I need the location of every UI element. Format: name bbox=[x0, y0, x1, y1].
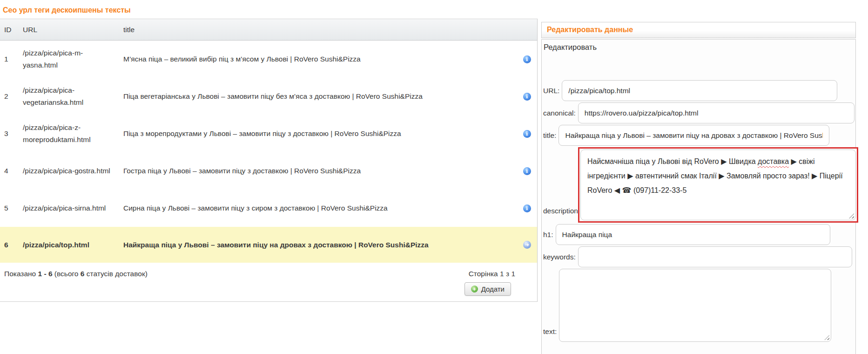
row-id: 4 bbox=[4, 165, 23, 177]
description-label: description bbox=[543, 207, 578, 215]
row-id: 1 bbox=[4, 53, 23, 65]
url-label: URL: bbox=[543, 87, 559, 95]
description-textarea[interactable]: Найсмачніша піца у Львові від RoVero ▶ Ш… bbox=[580, 150, 856, 220]
table-footer: Показано 1 - 6 (всього 6 статусів достав… bbox=[0, 263, 537, 302]
h1-input[interactable] bbox=[556, 224, 830, 245]
column-header-title: title bbox=[123, 26, 517, 34]
info-icon[interactable]: i bbox=[523, 204, 531, 212]
row-title: Гостра піца у Львові – замовити піцу з д… bbox=[123, 165, 517, 177]
info-icon[interactable]: i bbox=[523, 130, 531, 138]
edit-form: Редактировать URL: canonical: title: des… bbox=[541, 39, 856, 354]
row-url: /pizza/pica/top.html bbox=[23, 239, 123, 251]
table-row[interactable]: 1 /pizza/pica/pica-m-yasna.html М’ясна п… bbox=[0, 41, 537, 78]
keywords-label: keywords: bbox=[543, 253, 576, 261]
info-icon[interactable]: i bbox=[523, 167, 531, 175]
table-header: ID URL title bbox=[0, 19, 537, 41]
info-icon[interactable]: i bbox=[523, 55, 531, 63]
text-textarea[interactable] bbox=[559, 269, 831, 342]
url-field-row: URL: bbox=[543, 80, 855, 101]
description-field-row: description Найсмачніша піца у Львові ві… bbox=[543, 147, 855, 223]
row-title: Сирна піца у Львові – замовити піцу з си… bbox=[123, 202, 517, 214]
rows-shown-summary: Показано 1 - 6 (всього 6 статусів достав… bbox=[4, 270, 148, 278]
page-title: Сео урл теги дескоипшены тексты bbox=[0, 0, 538, 19]
h1-label: h1: bbox=[543, 231, 553, 239]
go-arrow-icon[interactable]: ➜ bbox=[523, 241, 531, 249]
seo-table-panel: Сео урл теги дескоипшены тексты ID URL t… bbox=[0, 0, 538, 302]
text-label: text: bbox=[543, 327, 557, 336]
edit-panel-header: Редактировать данные bbox=[541, 22, 856, 38]
canonical-label: canonical: bbox=[543, 109, 576, 117]
table-row-selected[interactable]: 6 /pizza/pica/top.html Найкраща піца у Л… bbox=[0, 227, 537, 263]
canonical-field-row: canonical: bbox=[543, 102, 855, 123]
row-title: Піца з морепродуктами у Львові – замовит… bbox=[123, 128, 517, 140]
title-input[interactable] bbox=[558, 125, 829, 146]
plus-icon: + bbox=[471, 286, 478, 293]
title-label: title: bbox=[543, 131, 556, 140]
row-title: Піца вегетаріанська у Львові – замовити … bbox=[123, 90, 517, 102]
canonical-input[interactable] bbox=[578, 102, 855, 123]
row-id: 5 bbox=[4, 202, 23, 214]
row-id: 6 bbox=[4, 239, 23, 251]
edit-panel: Редактировать данные Редактировать URL: … bbox=[541, 22, 856, 354]
table-row[interactable]: 3 /pizza/pica/pica-z-moreproduktami.html… bbox=[0, 115, 537, 152]
row-id: 3 bbox=[4, 128, 23, 140]
column-header-url: URL bbox=[23, 26, 123, 34]
title-field-row: title: bbox=[543, 125, 855, 146]
resize-handle-icon[interactable] bbox=[849, 213, 854, 218]
row-title: Найкраща піца у Львові – замовити піцу н… bbox=[123, 239, 517, 251]
rows-shown-range: 1 - 6 bbox=[38, 270, 53, 278]
row-url: /pizza/pica/pica-vegetarianska.html bbox=[23, 84, 123, 109]
misspelled-word: доставка bbox=[758, 157, 789, 165]
description-error-outline: Найсмачніша піца у Львові від RoVero ▶ Ш… bbox=[578, 147, 858, 223]
column-header-id: ID bbox=[4, 26, 23, 34]
row-title: М’ясна піца – великий вибір піц з м’ясом… bbox=[123, 53, 517, 65]
row-url: /pizza/pica/pica-z-moreproduktami.html bbox=[23, 122, 123, 146]
resize-handle-icon[interactable] bbox=[824, 335, 829, 340]
row-url: /pizza/pica/pica-m-yasna.html bbox=[23, 47, 123, 71]
table-row[interactable]: 2 /pizza/pica/pica-vegetarianska.html Пі… bbox=[0, 78, 537, 115]
seo-table: ID URL title 1 /pizza/pica/pica-m-yasna.… bbox=[0, 19, 538, 302]
h1-field-row: h1: bbox=[543, 224, 855, 245]
table-row[interactable]: 5 /pizza/pica/pica-sirna.html Сирна піца… bbox=[0, 190, 537, 227]
text-field-row: text: bbox=[543, 269, 855, 342]
row-url: /pizza/pica/pica-sirna.html bbox=[23, 202, 123, 214]
keywords-input[interactable] bbox=[578, 246, 852, 267]
row-url: /pizza/pica/pica-gostra.html bbox=[23, 165, 123, 177]
add-button[interactable]: + Додати bbox=[464, 282, 511, 296]
table-row[interactable]: 4 /pizza/pica/pica-gostra.html Гостра пі… bbox=[0, 152, 537, 190]
pagination-info: Сторінка 1 з 1 bbox=[469, 270, 515, 278]
row-id: 2 bbox=[4, 90, 23, 102]
add-button-label: Додати bbox=[481, 285, 505, 293]
edit-section-title: Редактировать bbox=[543, 43, 855, 52]
info-icon[interactable]: i bbox=[523, 93, 531, 101]
keywords-field-row: keywords: bbox=[543, 246, 855, 267]
url-input[interactable] bbox=[562, 80, 837, 101]
